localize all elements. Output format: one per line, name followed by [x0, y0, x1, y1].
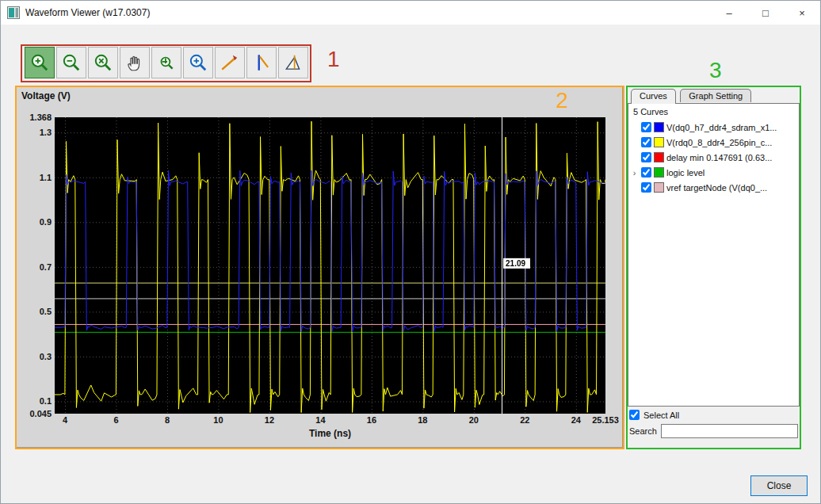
select-all-checkbox[interactable]: [629, 410, 640, 420]
magnifier-small-icon: [156, 52, 177, 73]
x-tick-label: 10: [200, 415, 235, 425]
curve-count-label: 5 Curves: [628, 105, 799, 120]
y-tick-label: 0.1: [17, 396, 52, 406]
magnifier-x-icon: [93, 52, 113, 73]
x-tick-label: 22: [507, 415, 542, 425]
search-row: Search: [628, 424, 800, 438]
waveform-viewer-window: Waveform Viewer (w17.0307) – □ × Voltage…: [0, 0, 821, 504]
curve-row: V(rdq0_8_ddr4_256pin_c...: [628, 135, 799, 150]
x-tick-label: 20: [456, 415, 491, 425]
minimize-button[interactable]: –: [711, 1, 747, 25]
y-axis-title: Voltage (V): [21, 90, 71, 101]
pan-button[interactable]: [120, 47, 150, 78]
curve-label[interactable]: V(dq0_h7_ddr4_sdram_x1...: [666, 123, 777, 132]
curve-label[interactable]: V(rdq0_8_ddr4_256pin_c...: [666, 138, 772, 147]
curve-row: delay min 0.147691 (0.63...: [628, 150, 799, 165]
toolbar: [25, 47, 308, 78]
titlebar: Waveform Viewer (w17.0307) – □ ×: [1, 1, 820, 25]
x-tick-label: 25.153: [588, 415, 623, 425]
plot-panel: Voltage (V) 0.0450.10.30.50.70.91.11.31.…: [16, 86, 623, 448]
close-button[interactable]: Close: [750, 475, 808, 496]
select-all-label: Select All: [643, 410, 679, 420]
search-input[interactable]: [661, 424, 798, 438]
curve-label[interactable]: vref targetNode (V(dq0_...: [666, 183, 767, 193]
x-tick-label: 14: [303, 415, 338, 425]
vertical-marker-icon: [251, 52, 272, 73]
vertical-marker-button[interactable]: [246, 47, 277, 78]
curve-row: V(dq0_h7_ddr4_sdram_x1...: [628, 120, 799, 135]
curve-label[interactable]: logic level: [666, 168, 705, 178]
curve-checkbox[interactable]: [641, 167, 651, 178]
tab-row: Curves Graph Setting: [628, 88, 800, 104]
close-window-button[interactable]: ×: [784, 1, 820, 25]
zoom-in-button[interactable]: [25, 47, 55, 78]
curve-checkbox[interactable]: [641, 182, 651, 193]
y-tick-label: 1.3: [17, 128, 52, 137]
app-icon: [7, 6, 20, 19]
x-tick-label: 16: [354, 415, 389, 425]
y-tick-label: 1.368: [17, 113, 52, 122]
x-tick-label: 12: [252, 415, 287, 425]
zoom-fit-button[interactable]: [183, 47, 213, 78]
x-axis-title: Time (ns): [55, 428, 605, 439]
magnifier-plus-icon: [29, 52, 50, 73]
magnifier-minus-icon: [61, 52, 82, 73]
curve-color-swatch: [654, 137, 664, 147]
slope-marker-button[interactable]: [215, 47, 245, 78]
y-tick-label: 0.045: [17, 409, 52, 418]
hand-icon: [124, 52, 145, 73]
curve-checkbox[interactable]: [641, 122, 651, 132]
magnifier-blue-icon: [188, 52, 208, 73]
curve-row: ›logic level: [628, 165, 799, 180]
curve-checkbox[interactable]: [641, 137, 651, 147]
curve-color-swatch: [654, 182, 664, 193]
waveform-canvas[interactable]: [55, 117, 605, 414]
x-tick-label: 6: [98, 415, 133, 425]
curve-color-swatch: [654, 152, 664, 162]
zoom-out-button[interactable]: [56, 47, 86, 78]
y-tick-label: 1.1: [17, 173, 52, 182]
curve-color-swatch: [654, 167, 664, 178]
window-title: Waveform Viewer (w17.0307): [25, 7, 711, 18]
curves-panel-bottom: Select All Search: [628, 410, 800, 438]
select-all-row: Select All: [628, 410, 800, 420]
curve-checkbox[interactable]: [641, 152, 651, 162]
measurement-button[interactable]: [278, 47, 308, 78]
search-label: Search: [629, 426, 657, 436]
x-tick-label: 8: [150, 415, 185, 425]
curve-list: V(dq0_h7_ddr4_sdram_x1...V(rdq0_8_ddr4_2…: [628, 120, 799, 195]
y-tick-label: 0.5: [17, 307, 52, 316]
curve-color-swatch: [654, 122, 664, 132]
zoom-x-button[interactable]: [88, 47, 118, 78]
curve-list-box: 5 Curves V(dq0_h7_ddr4_sdram_x1...V(rdq0…: [628, 103, 800, 407]
curves-panel: Curves Graph Setting 5 Curves V(dq0_h7_d…: [628, 88, 800, 445]
slope-icon: [220, 52, 240, 73]
tab-graph-setting[interactable]: Graph Setting: [680, 89, 751, 102]
ruler-triangle-icon: [283, 52, 304, 73]
curve-label[interactable]: delay min 0.147691 (0.63...: [666, 153, 772, 162]
x-tick-label: 4: [48, 415, 82, 425]
x-tick-label: 18: [405, 415, 440, 425]
y-tick-label: 0.9: [17, 217, 52, 227]
y-tick-label: 0.3: [17, 352, 52, 361]
annotation-label-1: 1: [327, 47, 340, 72]
maximize-button[interactable]: □: [747, 1, 784, 25]
annotation-label-3: 3: [709, 58, 722, 83]
curve-row: vref targetNode (V(dq0_...: [628, 180, 799, 195]
expand-chevron-icon[interactable]: ›: [630, 168, 639, 178]
y-tick-label: 0.7: [17, 262, 52, 272]
tab-curves[interactable]: Curves: [631, 89, 676, 104]
zoom-area-button[interactable]: [151, 47, 181, 78]
